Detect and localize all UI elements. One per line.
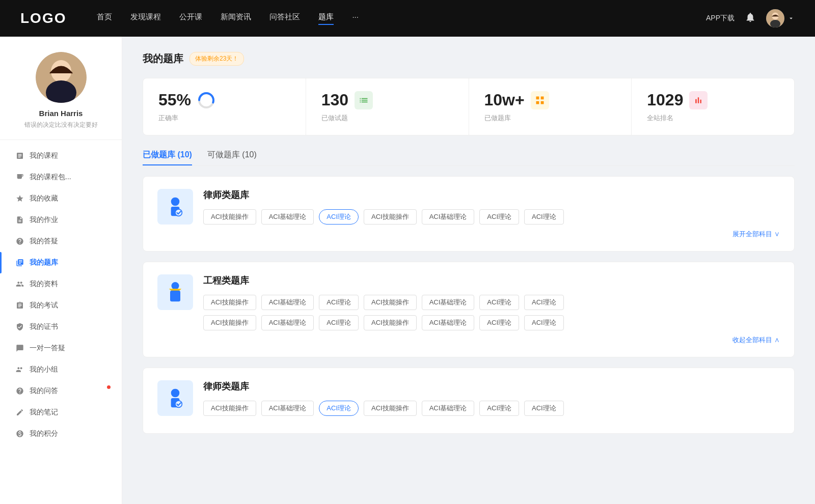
sidebar-item-favorites[interactable]: 我的收藏 [0,188,122,209]
sidebar-item-courses[interactable]: 我的课程 [0,145,122,166]
sidebar-label-1on1: 一对一答疑 [30,344,65,353]
bar-icon [689,91,708,109]
stat-value-row-3: 10w+ [484,91,616,109]
sidebar-item-questions[interactable]: 我的问答 [0,380,122,402]
score-icon [15,429,24,438]
tag[interactable]: ACI技能操作 [364,209,417,225]
sidebar-item-homework[interactable]: 我的作业 [0,209,122,231]
stat-value-row-2: 130 [321,91,453,109]
stat-done-b-label: 已做题库 [484,114,616,123]
note-icon [15,408,24,417]
tag-active[interactable]: ACI理论 [319,401,359,416]
page-title-row: 我的题库 体验剩余23天！ [143,52,795,66]
stat-accuracy: 55% 正确率 [143,78,306,135]
tag[interactable]: ACI基础理论 [261,401,314,416]
profile-motto: 错误的决定比没有决定要好 [10,121,112,129]
cert-icon [15,322,24,331]
nav-discover[interactable]: 发现课程 [130,12,161,25]
sidebar-item-group[interactable]: 我的小组 [0,359,122,380]
nav-news[interactable]: 新闻资讯 [221,12,251,25]
stat-done-b-value: 10w+ [484,91,525,109]
nav-more[interactable]: ··· [352,12,359,25]
navbar-links: 首页 发现课程 公开课 新闻资讯 问答社区 题库 ··· [97,12,706,25]
qbank-tags-1: ACI技能操作 ACI基础理论 ACI理论 ACI技能操作 ACI基础理论 AC… [203,209,780,225]
expand-link-1[interactable]: 展开全部科目 ∨ [203,230,780,239]
sidebar-item-packages[interactable]: 我的课程包... [0,166,122,188]
stats-row: 55% 正确率 130 已做试题 [143,78,795,135]
sidebar-label-qbank: 我的题库 [30,258,58,267]
tag[interactable]: ACI基础理论 [422,209,475,225]
sidebar-item-exam[interactable]: 我的考试 [0,295,122,316]
app-download-btn[interactable]: APP下载 [706,14,735,23]
tag[interactable]: ACI理论 [319,315,359,330]
tag[interactable]: ACI理论 [319,295,359,310]
notification-dot [107,385,111,389]
svg-point-11 [172,282,179,290]
tag[interactable]: ACI基础理论 [422,315,475,330]
tag[interactable]: ACI理论 [524,401,564,416]
svg-point-15 [175,401,182,407]
tag[interactable]: ACI理论 [524,315,564,330]
list-icon [355,91,373,109]
svg-point-2 [770,20,780,27]
nav-qbank[interactable]: 题库 [318,12,334,25]
nav-open[interactable]: 公开课 [179,12,202,25]
sidebar-item-cert[interactable]: 我的证书 [0,316,122,338]
tag[interactable]: ACI基础理论 [261,209,314,225]
sidebar-item-qa[interactable]: 我的答疑 [0,231,122,252]
collapse-link-2[interactable]: 收起全部科目 ∧ [203,335,780,345]
sidebar-item-1on1[interactable]: 一对一答疑 [0,338,122,359]
tag[interactable]: ACI理论 [479,401,519,416]
star-icon [15,194,24,203]
lawyer-icon-2 [157,380,193,416]
tag[interactable]: ACI理论 [524,209,564,225]
user-avatar-wrap[interactable] [766,9,795,27]
qa-icon [15,237,24,246]
sidebar-label-cert: 我的证书 [30,322,58,331]
stat-value-row-4: 1029 [647,91,779,109]
qbank-header-2: 工程类题库 ACI技能操作 ACI基础理论 ACI理论 ACI技能操作 ACI基… [157,274,780,345]
tab-available-banks[interactable]: 可做题库 (10) [207,150,257,165]
tag-active[interactable]: ACI理论 [319,209,359,225]
tag[interactable]: ACI基础理论 [422,295,475,310]
accuracy-pie-icon [197,91,215,109]
sidebar-label-group: 我的小组 [30,365,58,374]
qbank-header-3: 律师类题库 ACI技能操作 ACI基础理论 ACI理论 ACI技能操作 ACI基… [157,380,780,421]
tag[interactable]: ACI技能操作 [364,315,417,330]
page-title: 我的题库 [143,52,183,66]
homework-icon [15,215,24,225]
qbank-body-2: 工程类题库 ACI技能操作 ACI基础理论 ACI理论 ACI技能操作 ACI基… [203,274,780,345]
tag[interactable]: ACI技能操作 [203,315,256,330]
tag[interactable]: ACI理论 [479,295,519,310]
sidebar-item-profile[interactable]: 我的资料 [0,273,122,295]
tag[interactable]: ACI技能操作 [203,209,256,225]
qbank-title-3: 律师类题库 [203,380,780,393]
qbank-body-1: 律师类题库 ACI技能操作 ACI基础理论 ACI理论 ACI技能操作 ACI基… [203,189,780,239]
tag[interactable]: ACI基础理论 [261,295,314,310]
profile-section: Brian Harris 错误的决定比没有决定要好 [0,52,122,140]
tag[interactable]: ACI理论 [479,209,519,225]
stat-ranking: 1029 全站排名 [632,78,794,135]
tag[interactable]: ACI理论 [479,315,519,330]
tag[interactable]: ACI理论 [524,295,564,310]
tab-done-banks[interactable]: 已做题库 (10) [143,150,192,165]
tag[interactable]: ACI技能操作 [203,295,256,310]
nav-home[interactable]: 首页 [97,12,112,25]
avatar [36,52,87,103]
tag[interactable]: ACI技能操作 [203,401,256,416]
tag[interactable]: ACI技能操作 [364,401,417,416]
stat-rank-label: 全站排名 [647,114,779,123]
qbank-tags-3: ACI技能操作 ACI基础理论 ACI理论 ACI技能操作 ACI基础理论 AC… [203,401,780,416]
sidebar-item-notes[interactable]: 我的笔记 [0,402,122,423]
qbank-card-lawyer-2: 律师类题库 ACI技能操作 ACI基础理论 ACI理论 ACI技能操作 ACI基… [143,368,795,434]
stat-done-q-label: 已做试题 [321,114,453,123]
sidebar-item-score[interactable]: 我的积分 [0,423,122,444]
tag[interactable]: ACI基础理论 [261,315,314,330]
sidebar-item-qbank[interactable]: 我的题库 [0,252,122,273]
tag[interactable]: ACI基础理论 [422,401,475,416]
notification-bell[interactable] [745,12,756,25]
qbank-title-1: 律师类题库 [203,189,780,201]
nav-qa[interactable]: 问答社区 [269,12,300,25]
stat-accuracy-value: 55% [158,91,191,109]
tag[interactable]: ACI技能操作 [364,295,417,310]
